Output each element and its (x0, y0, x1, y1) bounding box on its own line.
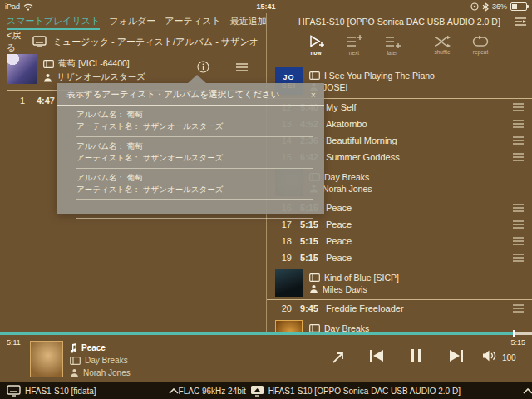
now-playing-track: Peace (81, 343, 106, 352)
close-icon[interactable]: × (311, 90, 316, 100)
drag-handle-icon[interactable] (504, 136, 532, 145)
track-title: Peace (326, 236, 504, 246)
album-icon (43, 60, 54, 68)
queue-menu-icon[interactable] (513, 17, 526, 27)
renderer-selector[interactable]: FLAC 96kHz 24bit HFAS1-S10 [OPPO Sonica … (179, 385, 532, 397)
album-menu-button[interactable] (236, 63, 248, 71)
tab-artist[interactable]: アーティスト (165, 15, 220, 30)
option-album-name: アルバム名： 葡萄 (76, 109, 313, 121)
now-playing-artist: Norah Jones (83, 368, 131, 377)
seek-bar-fill (0, 332, 514, 335)
queue-album-title: Kind of Blue [SICP] (324, 273, 399, 283)
queue-album-title: Day Breaks (324, 172, 369, 182)
repeat-icon (472, 35, 489, 48)
track-title: Beautiful Morning (326, 135, 504, 145)
album-art-kind-of-blue (275, 269, 303, 297)
stream-format: FLAC 96kHz 24bit (179, 387, 246, 396)
track-number: 19 (272, 253, 292, 263)
now-playing-info: Peace Day Breaks Norah Jones (70, 342, 131, 379)
open-external-icon[interactable] (332, 351, 345, 364)
info-button[interactable] (197, 61, 209, 73)
select-album-popup: 表示するアーティスト・アルバムを選択してください × アルバム名： 葡萄 アーテ… (57, 83, 324, 214)
track-title: Akatombo (326, 119, 504, 129)
total-time: 5:15 (510, 338, 525, 347)
drag-handle-icon[interactable] (504, 120, 532, 128)
popup-album-option[interactable]: アルバム名： 葡萄 アーティスト名： サザンオールスターズ (76, 106, 313, 137)
track-duration: 5:15 (292, 219, 318, 229)
album-art-budou (7, 54, 37, 84)
play-now-button[interactable]: now (303, 32, 328, 63)
queue-album-title: I See You Playing The Piano (324, 71, 435, 81)
breadcrumb-path: ミュージック - アーティスト/アルバム - サザンオールスターズ (53, 36, 259, 48)
album-icon (309, 273, 320, 282)
drag-handle-icon[interactable] (504, 204, 532, 212)
drag-handle-icon[interactable] (504, 237, 532, 245)
renderer-title: HFAS1-S10 [OPPO Sonica DAC USB AUDIO 2.0… (267, 13, 532, 32)
album-art-day-breaks (275, 320, 303, 332)
action-label: repeat (473, 49, 488, 55)
repeat-button[interactable]: repeat (468, 32, 493, 63)
seek-bar[interactable] (0, 332, 532, 335)
chevron-up-icon[interactable] (169, 388, 179, 394)
artist-icon (43, 73, 52, 82)
tab-folder[interactable]: フォルダー (109, 15, 155, 30)
server-icon (32, 36, 47, 47)
drag-handle-icon[interactable] (504, 220, 532, 229)
option-artist-name: アーティスト名： サザンオールスターズ (76, 152, 313, 164)
tab-smart-playlist[interactable]: スマートプレイリスト (7, 15, 100, 30)
drag-handle-icon[interactable] (504, 103, 532, 111)
pause-button[interactable] (411, 349, 421, 362)
track-title: Peace (326, 219, 504, 229)
track-title: Summer Goddess (326, 152, 504, 162)
tab-recently-added[interactable]: 最近追加された曲 (230, 15, 266, 30)
track-number: 18 (272, 236, 292, 246)
shuffle-button[interactable]: shuffle (430, 32, 455, 63)
track-title: Peace (326, 253, 504, 263)
renderer-name: HFAS1-S10 [OPPO Sonica DAC USB AUDIO 2.0… (268, 387, 461, 396)
server-selector[interactable]: HFAS1-S10 [fidata] (7, 385, 179, 397)
track-duration: 5:15 (292, 236, 318, 246)
server-icon (7, 385, 21, 397)
action-label: now (311, 50, 322, 56)
queue-album-header: Day Breaks Norah Jones (267, 317, 532, 332)
track-number: 20 (272, 303, 292, 313)
artist-icon (309, 284, 318, 293)
server-name: HFAS1-S10 [fidata] (25, 387, 96, 396)
tab-bar: スマートプレイリスト フォルダー アーティスト 最近追加された曲 プレイリスト (0, 13, 266, 30)
option-album-name: アルバム名： 葡萄 (76, 140, 313, 152)
album-icon (70, 357, 81, 365)
drag-handle-icon[interactable] (504, 153, 532, 161)
drag-handle-icon[interactable] (504, 304, 532, 313)
queue-album-title: Day Breaks (324, 323, 369, 333)
track-title: My Self (326, 102, 504, 112)
popup-album-option[interactable]: アルバム名： 葡萄 アーティスト名： サザンオールスターズ (76, 137, 313, 169)
drag-handle-icon[interactable] (504, 254, 532, 262)
queue-track-row[interactable]: 17 5:15 Peace (267, 216, 532, 233)
queue-album-artist: JOSEI (323, 82, 347, 92)
back-button[interactable]: <戻る (7, 29, 26, 54)
clock: 15:41 (0, 2, 532, 11)
library-album-artist: サザンオールスターズ (57, 71, 145, 83)
player-bar: 5:11 5:15 Peace Day Breaks Norah Jones (0, 332, 532, 382)
shuffle-icon (434, 35, 451, 48)
previous-button[interactable] (369, 349, 384, 362)
album-icon (309, 324, 320, 332)
track-number: 1 (7, 96, 25, 106)
seek-knob[interactable] (513, 330, 515, 337)
queue-track-row[interactable]: 18 5:15 Peace (267, 233, 532, 249)
next-button[interactable] (449, 349, 464, 362)
popup-album-option[interactable]: アルバム名： 葡萄 アーティスト名： サザンオールスターズ (76, 169, 313, 200)
play-next-button[interactable]: next (342, 32, 367, 63)
volume-icon[interactable] (482, 350, 497, 362)
now-playing-art (30, 341, 63, 377)
queue-action-bar: now next later (267, 32, 532, 63)
track-title: Freddie Freeloader (326, 303, 504, 313)
chevron-up-icon[interactable] (523, 388, 532, 394)
volume-value: 100 (502, 353, 516, 362)
queue-album-artist: Norah Jones (323, 184, 372, 194)
album-icon (309, 71, 320, 80)
play-later-button[interactable]: later (380, 32, 405, 63)
artist-icon (70, 368, 79, 377)
queue-track-row[interactable]: 20 9:45 Freddie Freeloader (267, 300, 532, 317)
queue-track-row[interactable]: 19 5:15 Peace (267, 249, 532, 266)
